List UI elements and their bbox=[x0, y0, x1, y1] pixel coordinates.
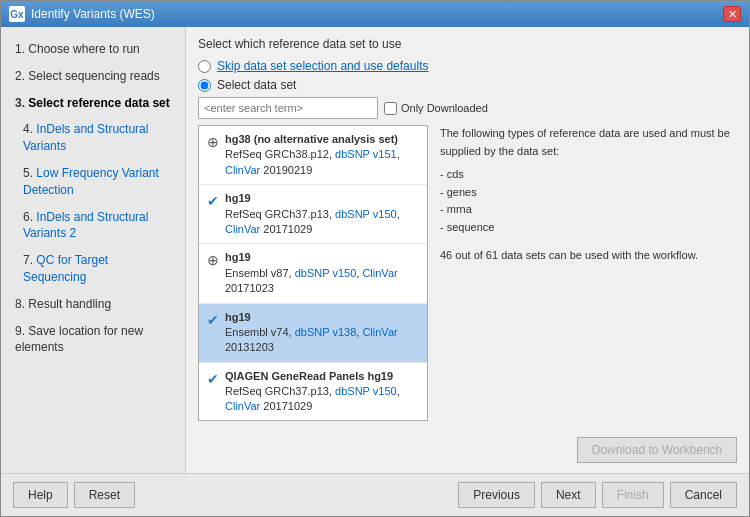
info-footer: 46 out of 61 data sets can be used with … bbox=[440, 247, 737, 265]
app-icon: Gx bbox=[9, 6, 25, 22]
list-item[interactable]: ⊕ hg19 Ensembl v87, dbSNP v150, ClinVar … bbox=[199, 244, 427, 303]
main-window: Gx Identify Variants (WES) ✕ 1. Choose w… bbox=[0, 0, 750, 517]
sidebar-item-9[interactable]: 9. Save location for new elements bbox=[9, 319, 177, 361]
finish-button[interactable]: Finish bbox=[602, 482, 664, 508]
check-icon: ✔ bbox=[207, 312, 219, 328]
download-workbench-button[interactable]: Download to Workbench bbox=[577, 437, 737, 463]
only-downloaded-label[interactable]: Only Downloaded bbox=[384, 102, 488, 115]
sidebar-item-6[interactable]: 6. InDels and Structural Variants 2 bbox=[9, 205, 177, 247]
sidebar-item-7[interactable]: 7. QC for Target Sequencing bbox=[9, 248, 177, 290]
reset-button[interactable]: Reset bbox=[74, 482, 135, 508]
main-content: 1. Choose where to run 2. Select sequenc… bbox=[1, 27, 749, 473]
panel-title: Select which reference data set to use bbox=[198, 37, 737, 51]
previous-button[interactable]: Previous bbox=[458, 482, 535, 508]
list-item[interactable]: ✔ hg19 Ensembl v74, dbSNP v138, ClinVar … bbox=[199, 304, 427, 363]
radio-skip-row: Skip data set selection and use defaults bbox=[198, 59, 737, 73]
info-item-mrna: mrna bbox=[440, 201, 737, 219]
bottom-bar: Help Reset Previous Next Finish Cancel bbox=[1, 473, 749, 516]
next-button[interactable]: Next bbox=[541, 482, 596, 508]
plus-icon: ⊕ bbox=[207, 252, 219, 268]
list-item[interactable]: ✔ QIAGEN GeneRead Panels hg19 RefSeq GRC… bbox=[199, 363, 427, 421]
window-title: Identify Variants (WES) bbox=[31, 7, 155, 21]
radio-skip[interactable] bbox=[198, 60, 211, 73]
close-button[interactable]: ✕ bbox=[723, 6, 741, 22]
search-input[interactable] bbox=[198, 97, 378, 119]
sidebar-item-4[interactable]: 4. InDels and Structural Variants bbox=[9, 117, 177, 159]
title-bar: Gx Identify Variants (WES) ✕ bbox=[1, 1, 749, 27]
search-row: Only Downloaded bbox=[198, 97, 737, 119]
radio-skip-label[interactable]: Skip data set selection and use defaults bbox=[217, 59, 428, 73]
sidebar: 1. Choose where to run 2. Select sequenc… bbox=[1, 27, 186, 473]
check-icon: ✔ bbox=[207, 371, 219, 387]
radio-select[interactable] bbox=[198, 79, 211, 92]
content-area: ⊕ hg38 (no alternative analysis set) Ref… bbox=[198, 125, 737, 421]
sidebar-item-5[interactable]: 5. Low Frequency Variant Detection bbox=[9, 161, 177, 203]
info-title: The following types of reference data ar… bbox=[440, 125, 737, 160]
plus-icon: ⊕ bbox=[207, 134, 219, 150]
sidebar-item-3[interactable]: 3. Select reference data set bbox=[9, 91, 177, 116]
only-downloaded-checkbox[interactable] bbox=[384, 102, 397, 115]
help-button[interactable]: Help bbox=[13, 482, 68, 508]
dataset-list[interactable]: ⊕ hg38 (no alternative analysis set) Ref… bbox=[198, 125, 428, 421]
list-item[interactable]: ⊕ hg38 (no alternative analysis set) Ref… bbox=[199, 126, 427, 185]
list-item[interactable]: ✔ hg19 RefSeq GRCh37.p13, dbSNP v150, Cl… bbox=[199, 185, 427, 244]
info-item-sequence: sequence bbox=[440, 219, 737, 237]
radio-select-row: Select data set bbox=[198, 78, 737, 92]
info-item-genes: genes bbox=[440, 184, 737, 202]
info-list: cds genes mrna sequence bbox=[440, 166, 737, 236]
cancel-button[interactable]: Cancel bbox=[670, 482, 737, 508]
sidebar-item-1[interactable]: 1. Choose where to run bbox=[9, 37, 177, 62]
info-panel: The following types of reference data ar… bbox=[440, 125, 737, 421]
right-panel: Select which reference data set to use S… bbox=[186, 27, 749, 473]
check-icon: ✔ bbox=[207, 193, 219, 209]
info-item-cds: cds bbox=[440, 166, 737, 184]
radio-select-label[interactable]: Select data set bbox=[217, 78, 296, 92]
sidebar-item-8[interactable]: 8. Result handling bbox=[9, 292, 177, 317]
sidebar-item-2[interactable]: 2. Select sequencing reads bbox=[9, 64, 177, 89]
